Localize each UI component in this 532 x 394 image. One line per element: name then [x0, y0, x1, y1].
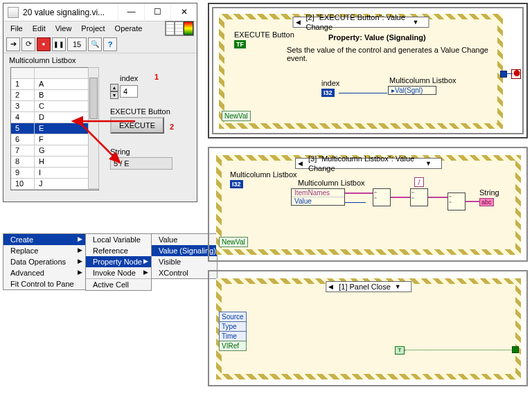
string-label: String: [110, 147, 130, 156]
titlebar[interactable]: 20 value signaling.vi... — ☐ ✕: [3, 3, 197, 21]
ctx-active-cell[interactable]: Active Cell: [86, 279, 151, 290]
ctx-property-node[interactable]: Property Node: [86, 256, 151, 267]
event-case-selector-2[interactable]: [2] "EXECUTE Button": Value Change▼: [293, 17, 429, 28]
bd-frame-3: [3] "Multicolumn Listbox": Value Change▼…: [208, 147, 528, 262]
run-button[interactable]: [6, 37, 20, 51]
abort-button[interactable]: [37, 37, 51, 51]
annotation-1: 1: [154, 73, 159, 81]
mcl-term-label: Multicolumn Listbox: [230, 170, 297, 179]
execute-button-label: EXECUTE Button: [110, 107, 170, 116]
maximize-button[interactable]: ☐: [144, 3, 170, 21]
ctx-col-2[interactable]: Local Variable Reference Property Node I…: [85, 233, 152, 291]
wire-index: [339, 93, 387, 93]
ctx-col-1[interactable]: Create Replace Data Operations Advanced …: [3, 233, 86, 290]
string-indicator-icon: abc: [479, 198, 494, 206]
ctx-create[interactable]: Create: [3, 234, 85, 245]
index-label: index: [120, 74, 138, 82]
ctx-visible[interactable]: Visible: [152, 256, 217, 267]
menu-operate[interactable]: Operate: [111, 24, 147, 33]
ctx-xcontrol[interactable]: XControl: [152, 267, 217, 278]
index-control[interactable]: ▲▼ 4: [110, 84, 138, 99]
menu-view[interactable]: View: [51, 24, 76, 33]
i32-terminal-icon: I32: [321, 89, 335, 97]
window-title: 20 value signaling.vi...: [23, 8, 118, 17]
bd-frame-2: [2] "EXECUTE Button": Value Change▼ EXEC…: [208, 3, 528, 138]
event-data-terminals-2: NewVal: [222, 111, 251, 120]
string-constant-slash[interactable]: /: [414, 177, 424, 187]
newval-terminal-3: NewVal: [219, 237, 248, 247]
type-terminal: Type: [219, 321, 247, 332]
minimize-button[interactable]: —: [118, 3, 144, 21]
viref-terminal: VIRef: [219, 341, 247, 351]
ctx-fit-control[interactable]: Fit Control to Pane: [3, 278, 85, 289]
mcl-pn-label-3: Multicolumn Listbox: [298, 179, 365, 187]
vi-icon-editor[interactable]: [165, 21, 194, 36]
property-description: Sets the value of the control and genera…: [287, 46, 495, 62]
index-array-node[interactable]: ▫▫▫▫: [373, 188, 391, 206]
menu-project[interactable]: Project: [77, 24, 109, 33]
true-constant[interactable]: T: [395, 346, 405, 355]
ctx-value[interactable]: Value: [152, 234, 217, 245]
mcl-pn-label: Multicolumn Listbox: [389, 76, 456, 84]
menu-file[interactable]: File: [6, 24, 27, 33]
tf-terminal-icon: TF: [234, 40, 246, 48]
ctx-value-signaling[interactable]: Value (Signaling): [152, 245, 217, 256]
index-term-label: index: [321, 79, 339, 87]
ctx-data-operations[interactable]: Data Operations: [3, 256, 85, 267]
newval-terminal: NewVal: [222, 111, 251, 121]
string-indicator: 5 / E: [110, 157, 172, 170]
multicolumn-listbox[interactable]: 1A 2B 3C 4D 5E 6F 7G 8H 9I 10J: [10, 67, 99, 190]
source-terminal: Source: [219, 312, 247, 322]
ctx-replace[interactable]: Replace: [3, 245, 85, 256]
wire-bool: [405, 350, 514, 350]
search-button[interactable]: [88, 37, 102, 51]
close-button[interactable]: ✕: [170, 3, 197, 21]
index-value[interactable]: 4: [120, 85, 138, 98]
font-size-field[interactable]: 15: [67, 37, 87, 51]
event-case-selector-3[interactable]: [3] "Multicolumn Listbox": Value Change▼: [295, 158, 442, 169]
property-node-valsgnl[interactable]: ▸Val(Sgnl): [388, 86, 436, 95]
exec-terminal-label: EXECUTE Button: [234, 30, 294, 39]
string-ind-label: String: [479, 188, 499, 197]
front-panel-window: 20 value signaling.vi... — ☐ ✕ File Edit…: [3, 3, 197, 202]
event-data-terminals-3: NewVal: [219, 237, 248, 247]
listbox-scrollbar[interactable]: [88, 67, 99, 189]
concat-strings-node[interactable]: ▫▫▫▫: [447, 192, 466, 211]
listbox-label: Multicolumn Listbox: [9, 56, 76, 64]
menubar[interactable]: File Edit View Project Operate: [3, 21, 197, 35]
execute-button[interactable]: EXECUTE: [110, 117, 164, 134]
pause-button[interactable]: [52, 37, 66, 51]
ctx-invoke-node[interactable]: Invoke Node: [86, 267, 151, 278]
ctx-advanced[interactable]: Advanced: [3, 267, 85, 278]
scroll-thumb[interactable]: [89, 78, 98, 119]
run-continuous-button[interactable]: [21, 37, 35, 51]
event-structure-2[interactable]: [2] "EXECUTE Button": Value Change▼ EXEC…: [219, 14, 503, 129]
annotation-2: 2: [170, 123, 174, 131]
listbox-selected-row: 5E: [11, 123, 98, 134]
help-button[interactable]: [103, 37, 117, 51]
front-panel-client: Multicolumn Listbox 1A 2B 3C 4D 5E 6F 7G…: [3, 53, 197, 202]
index-spinner[interactable]: ▲▼: [110, 84, 118, 99]
wire-pink: [345, 192, 373, 194]
event-case-selector-1[interactable]: [1] Panel Close▼: [326, 281, 411, 292]
event-data-terminals-1: Source Type Time VIRef: [219, 312, 247, 350]
i32-terminal-icon-3: I32: [230, 180, 243, 188]
time-terminal: Time: [219, 331, 247, 341]
build-array-node[interactable]: ▫▫▫▫: [410, 188, 428, 206]
loop-tunnel: [500, 71, 507, 78]
event-structure-1[interactable]: [1] Panel Close▼ Source Type Time VIRef …: [216, 278, 521, 379]
property-node-itemnames[interactable]: ItemNames Value: [291, 188, 345, 206]
toolbar: 15: [3, 35, 197, 53]
stop-terminal-icon: [511, 69, 521, 79]
vi-icon: [8, 7, 19, 18]
bool-tunnel: [512, 346, 519, 353]
ctx-local-variable[interactable]: Local Variable: [86, 234, 151, 245]
menu-edit[interactable]: Edit: [28, 24, 50, 33]
property-heading: Property: Value (Signaling): [328, 33, 426, 42]
ctx-reference[interactable]: Reference: [86, 245, 151, 256]
wire-blue: [345, 202, 366, 203]
event-structure-3[interactable]: [3] "Multicolumn Listbox": Value Change▼…: [216, 155, 521, 255]
bd-frame-1: [1] Panel Close▼ Source Type Time VIRef …: [208, 270, 528, 386]
